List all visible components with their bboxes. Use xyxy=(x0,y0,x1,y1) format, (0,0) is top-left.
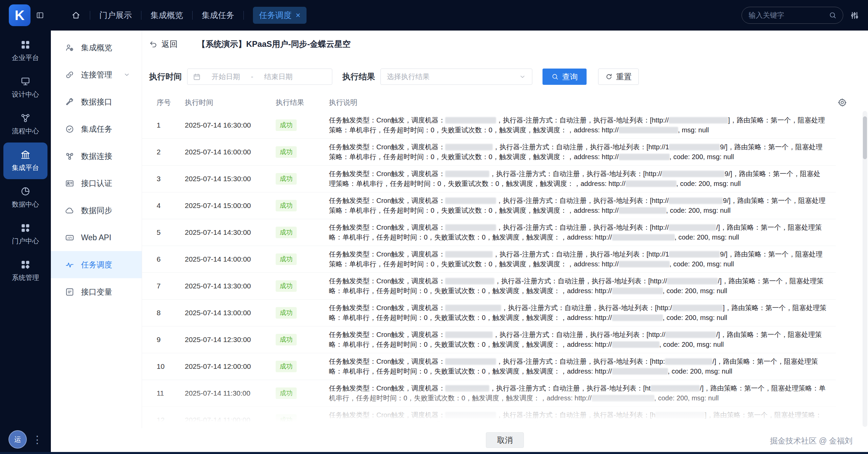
date-separator: - xyxy=(251,73,253,81)
reset-button[interactable]: 重置 xyxy=(598,69,639,85)
table-row: 22025-07-14 16:00:00成功任务触发类型：Cron触发，调度机器… xyxy=(142,139,836,166)
left-rail: K 企业平台设计中心流程中心集成平台数据中心门户中心系统管理 运 ⋮ xyxy=(0,0,51,454)
redacted-text xyxy=(669,197,723,204)
row-index: 2 xyxy=(157,148,185,156)
refresh-icon xyxy=(605,73,613,80)
submenu-item-integration-task[interactable]: 集成任务 xyxy=(51,115,142,143)
topnav-integration-overview[interactable]: 集成概览 xyxy=(151,10,183,21)
calendar-icon xyxy=(193,73,201,81)
tab-label: 任务调度 xyxy=(259,10,292,21)
redacted-text xyxy=(612,288,663,294)
submenu-item-task-schedule[interactable]: 任务调度 xyxy=(51,251,142,278)
rail-item-integration-platform[interactable]: 集成平台 xyxy=(3,143,47,179)
table-settings-gear-icon[interactable] xyxy=(837,98,847,107)
redacted-text xyxy=(445,305,501,311)
table-header: 序号 执行时间 执行结果 执行说明 xyxy=(142,93,836,112)
submenu-item-data-interface[interactable]: 数据接口 xyxy=(51,88,142,115)
enterprise-platform-icon xyxy=(20,40,31,50)
search-icon[interactable] xyxy=(829,11,837,19)
redacted-text xyxy=(672,305,723,311)
collapse-icon[interactable] xyxy=(36,11,44,19)
search-input[interactable] xyxy=(748,11,825,20)
topbar: 门户展示集成概览集成任务 任务调度 × xyxy=(0,0,868,31)
submenu: 集成概览连接管理数据接口集成任务数据连接接口认证数据同步Web API任务调度接… xyxy=(51,31,142,452)
table-row: 42025-07-14 15:00:00成功任务触发类型：Cron触发，调度机器… xyxy=(142,192,836,219)
status-badge: 成功 xyxy=(276,307,297,319)
exec-result-select[interactable]: 选择执行结果 xyxy=(380,69,532,85)
row-index: 1 xyxy=(157,121,185,129)
submenu-item-api-auth[interactable]: 接口认证 xyxy=(51,170,142,197)
col-exec-desc: 执行说明 xyxy=(329,98,836,107)
row-index: 4 xyxy=(157,202,185,210)
page-title: 【系统演示】KPaaS用户-同步-金蝶云星空 xyxy=(197,39,351,50)
watermark: 掘金技术社区 @ 金福刘 xyxy=(770,436,852,446)
app-logo[interactable]: K xyxy=(9,4,31,26)
nav-separator xyxy=(141,11,141,20)
rail-item-data-center[interactable]: 数据中心 xyxy=(3,179,47,216)
data-interface-icon xyxy=(65,97,74,107)
back-icon xyxy=(149,40,157,48)
scrollbar-thumb[interactable] xyxy=(863,116,867,159)
more-dots-icon[interactable]: ⋮ xyxy=(32,434,42,446)
status-badge: 成功 xyxy=(276,173,297,185)
redacted-text xyxy=(612,368,668,375)
redacted-text xyxy=(612,341,659,348)
submenu-item-integration-overview[interactable]: 集成概览 xyxy=(51,34,142,61)
row-exec-desc: 任务触发类型：Cron触发，调度机器：，执行器-注册方式：自动注册，执行器-地址… xyxy=(329,115,836,135)
date-range-picker[interactable]: - xyxy=(187,69,332,85)
col-exec-result: 执行结果 xyxy=(276,98,329,107)
table-row: 12025-07-14 16:30:00成功任务触发类型：Cron触发，调度机器… xyxy=(142,112,836,139)
rail-item-system-mgmt[interactable]: 系统管理 xyxy=(3,252,47,289)
topnav-portal-display[interactable]: 门户展示 xyxy=(99,10,132,21)
rail-item-design-center[interactable]: 设计中心 xyxy=(3,69,47,106)
submenu-item-connection-mgmt[interactable]: 连接管理 xyxy=(51,61,142,88)
redacted-text xyxy=(445,117,496,124)
window-bottom-strip xyxy=(0,452,868,454)
date-end-input[interactable] xyxy=(256,72,301,81)
cancel-button[interactable]: 取消 xyxy=(486,432,524,448)
submenu-item-data-sync[interactable]: 数据同步 xyxy=(51,197,142,224)
topnav-integration-task[interactable]: 集成任务 xyxy=(202,10,234,21)
date-start-input[interactable] xyxy=(203,72,248,81)
row-exec-time: 2025-07-14 13:30:00 xyxy=(185,282,276,290)
table-body: 12025-07-14 16:30:00成功任务触发类型：Cron触发，调度机器… xyxy=(142,112,836,434)
status-badge: 成功 xyxy=(276,253,297,265)
row-exec-time: 2025-07-14 12:30:00 xyxy=(185,336,276,344)
table-row: 112025-07-14 11:30:00成功任务触发类型：Cron触发，调度机… xyxy=(142,380,836,407)
row-index: 12 xyxy=(157,416,185,424)
portal-center-icon xyxy=(20,223,31,233)
redacted-text xyxy=(667,278,718,284)
redacted-text xyxy=(626,181,676,187)
redacted-text xyxy=(662,171,725,177)
redacted-text xyxy=(445,358,496,365)
integration-task-icon xyxy=(65,125,74,134)
redacted-text xyxy=(445,385,489,392)
submenu-item-api-variable[interactable]: 接口变量 xyxy=(51,278,142,305)
back-button[interactable]: 返回 xyxy=(149,39,178,50)
api-auth-icon xyxy=(65,179,74,188)
connection-mgmt-icon xyxy=(65,70,74,79)
redacted-text xyxy=(445,251,493,258)
row-exec-time: 2025-07-14 15:30:00 xyxy=(185,175,276,183)
rail-item-portal-center[interactable]: 门户中心 xyxy=(3,216,47,252)
rail-item-process-center[interactable]: 流程中心 xyxy=(3,106,47,143)
table-row: 32025-07-14 15:30:00成功任务触发类型：Cron触发，调度机器… xyxy=(142,166,836,192)
home-icon[interactable] xyxy=(71,11,81,20)
nav-separator xyxy=(243,11,244,20)
row-index: 10 xyxy=(157,362,185,371)
status-badge: 成功 xyxy=(276,200,297,211)
avatar[interactable]: 运 xyxy=(8,430,27,449)
search-icon xyxy=(551,73,559,80)
rail-item-enterprise-platform[interactable]: 企业平台 xyxy=(3,33,47,69)
row-exec-time: 2025-07-14 16:00:00 xyxy=(185,148,276,156)
tab-task-schedule[interactable]: 任务调度 × xyxy=(253,7,307,24)
submenu-item-web-api[interactable]: Web API xyxy=(51,224,142,251)
integration-overview-icon xyxy=(65,43,74,52)
filter-sliders-icon[interactable] xyxy=(850,11,859,20)
submenu-item-data-connection[interactable]: 数据连接 xyxy=(51,143,142,170)
close-icon[interactable]: × xyxy=(296,11,300,19)
row-exec-time: 2025-07-14 15:00:00 xyxy=(185,202,276,210)
query-button[interactable]: 查询 xyxy=(542,69,587,85)
row-index: 5 xyxy=(157,228,185,237)
redacted-text xyxy=(669,251,720,258)
